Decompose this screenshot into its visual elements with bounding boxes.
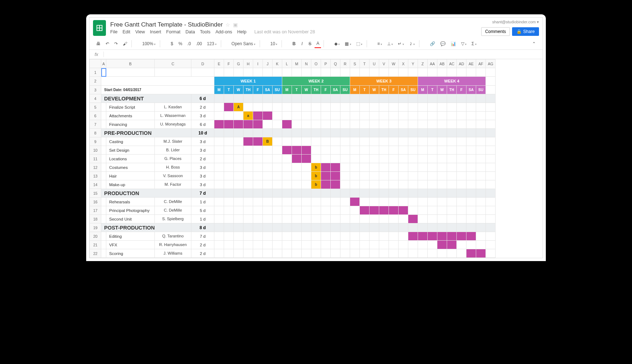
gantt-cell[interactable] (340, 129, 350, 137)
gantt-cell[interactable] (466, 249, 476, 258)
cell[interactable] (486, 249, 496, 258)
cell[interactable] (292, 68, 302, 77)
col-header[interactable]: L (282, 60, 292, 68)
gantt-cell[interactable] (360, 241, 370, 249)
gantt-cell[interactable] (234, 223, 243, 232)
gantt-cell[interactable] (302, 129, 311, 137)
task-duration[interactable]: 1 d (191, 215, 214, 223)
col-header[interactable]: AA (428, 60, 437, 68)
gantt-cell[interactable] (476, 94, 486, 103)
gantt-cell[interactable] (370, 137, 379, 146)
gantt-cell[interactable] (292, 94, 302, 103)
col-header[interactable]: T (360, 60, 370, 68)
gantt-cell[interactable] (243, 223, 253, 232)
gantt-cell[interactable] (447, 155, 457, 163)
gantt-cell[interactable] (476, 223, 486, 232)
gantt-cell[interactable] (428, 232, 437, 241)
gantt-cell[interactable] (263, 189, 273, 198)
gantt-cell[interactable] (302, 103, 311, 112)
day-header[interactable]: F (457, 86, 466, 94)
gantt-cell[interactable] (340, 249, 350, 258)
gantt-cell[interactable] (340, 189, 350, 198)
cell[interactable] (101, 120, 106, 129)
gantt-cell[interactable] (389, 94, 399, 103)
gantt-cell[interactable] (399, 223, 408, 232)
gantt-cell[interactable] (292, 146, 302, 155)
gantt-cell[interactable] (311, 129, 321, 137)
gantt-cell[interactable] (282, 249, 292, 258)
gantt-cell[interactable] (224, 120, 234, 129)
gantt-cell[interactable] (418, 94, 428, 103)
gantt-cell[interactable] (243, 232, 253, 241)
gantt-cell[interactable] (311, 155, 321, 163)
gantt-cell[interactable] (243, 146, 253, 155)
gantt-cell[interactable] (340, 241, 350, 249)
gantt-cell[interactable] (379, 172, 389, 180)
gantt-cell[interactable] (379, 198, 389, 206)
cell[interactable] (253, 68, 263, 77)
borders-icon[interactable]: ▦ (343, 40, 353, 48)
gantt-cell[interactable] (457, 137, 466, 146)
task-name[interactable]: Scoring (106, 249, 155, 258)
gantt-cell[interactable] (379, 215, 389, 223)
valign-icon[interactable]: ⊥ (385, 40, 395, 48)
gantt-cell[interactable] (370, 198, 379, 206)
gantt-cell[interactable] (224, 163, 234, 172)
task-duration[interactable]: 3 d (191, 137, 214, 146)
gantt-cell[interactable] (476, 241, 486, 249)
gantt-cell[interactable] (234, 215, 243, 223)
gantt-cell[interactable] (447, 249, 457, 258)
gantt-cell[interactable] (273, 198, 282, 206)
day-header[interactable]: SA (399, 86, 408, 94)
gantt-cell[interactable] (273, 172, 282, 180)
gantt-cell[interactable] (408, 146, 418, 155)
gantt-cell[interactable] (408, 249, 418, 258)
gantt-cell[interactable] (340, 172, 350, 180)
task-name[interactable]: Locations (106, 155, 155, 163)
cell[interactable] (486, 94, 496, 103)
cell[interactable] (486, 215, 496, 223)
gantt-cell[interactable] (273, 180, 282, 189)
gantt-cell[interactable] (214, 232, 224, 241)
task-duration[interactable]: 2 d (191, 155, 214, 163)
phase-duration[interactable]: 7 d (191, 189, 214, 198)
gantt-cell[interactable] (476, 232, 486, 241)
cell[interactable] (486, 129, 496, 137)
gantt-cell[interactable] (234, 94, 243, 103)
gantt-cell[interactable] (466, 112, 476, 120)
task-person[interactable]: G. Places (155, 155, 191, 163)
gantt-cell[interactable] (350, 241, 360, 249)
gantt-cell[interactable] (340, 206, 350, 215)
task-name[interactable]: VFX (106, 241, 155, 249)
gantt-cell[interactable] (447, 129, 457, 137)
sheets-logo-icon[interactable] (93, 20, 106, 36)
gantt-cell[interactable] (331, 249, 340, 258)
gantt-cell[interactable] (234, 232, 243, 241)
gantt-cell[interactable] (418, 241, 428, 249)
gantt-cell[interactable] (302, 241, 311, 249)
gantt-cell[interactable] (428, 241, 437, 249)
row-header[interactable]: 4 (90, 94, 101, 103)
day-header[interactable]: W (437, 86, 447, 94)
gantt-cell[interactable] (243, 120, 253, 129)
gantt-cell[interactable] (476, 155, 486, 163)
gantt-cell[interactable] (350, 146, 360, 155)
gantt-cell[interactable] (457, 112, 466, 120)
gantt-cell[interactable] (340, 232, 350, 241)
gantt-cell[interactable] (234, 180, 243, 189)
gantt-cell[interactable] (466, 189, 476, 198)
gantt-cell[interactable] (418, 180, 428, 189)
cell[interactable] (106, 68, 155, 77)
cell[interactable] (408, 68, 418, 77)
gantt-cell[interactable] (437, 180, 447, 189)
gantt-cell[interactable] (437, 146, 447, 155)
gantt-cell[interactable] (447, 146, 457, 155)
cell[interactable] (379, 68, 389, 77)
gantt-cell[interactable] (466, 215, 476, 223)
gantt-cell[interactable] (350, 94, 360, 103)
row-header[interactable]: 5 (90, 103, 101, 112)
gantt-cell[interactable] (350, 120, 360, 129)
text-color-icon[interactable]: A (315, 39, 321, 48)
gantt-cell[interactable] (214, 215, 224, 223)
gantt-cell[interactable] (243, 249, 253, 258)
